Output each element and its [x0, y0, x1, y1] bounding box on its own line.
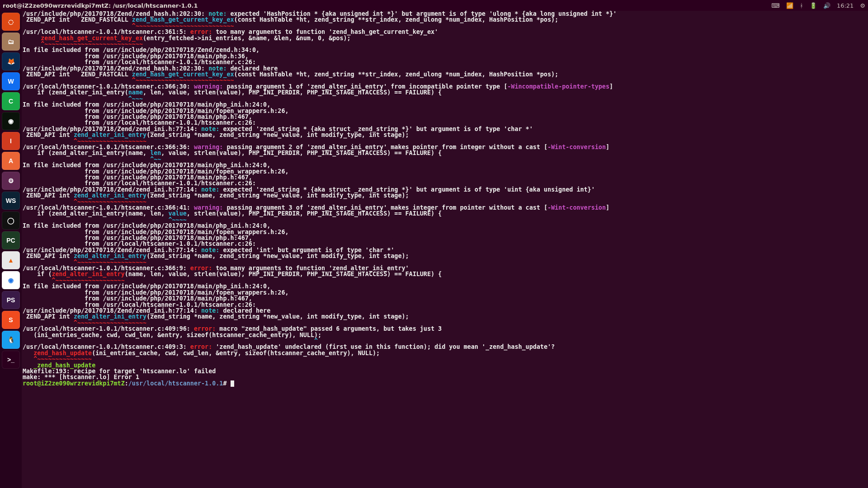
launcher-webstorm[interactable]: WS: [2, 192, 20, 210]
terminal-line: from /usr/include/php/20170718/main/php.…: [23, 53, 867, 59]
terminal-line: /usr/local/htscanner-1.0.1/htscanner.c:3…: [23, 265, 867, 271]
battery-icon[interactable]: 🔋: [810, 2, 817, 9]
terminal[interactable]: /usr/include/php/20170718/Zend/zend_hash…: [22, 11, 868, 488]
launcher-dash[interactable]: ◌: [2, 13, 20, 31]
terminal-line: ^~~~~~~~~~~~~~~~: [23, 356, 867, 362]
launcher-chrome[interactable]: ◉: [2, 271, 20, 289]
terminal-line: ^: [23, 338, 867, 344]
terminal-line: ^~~~~~~~~~~~~~~~~~~~~~~~~~~~: [23, 77, 867, 83]
terminal-line: zend_hash_update(ini_entries_cache, cwd,…: [23, 350, 867, 356]
keyboard-icon[interactable]: ⌨: [771, 2, 780, 9]
top-menubar: root@iZ2ze090wrzrevidkpi7mtZ: /usr/local…: [0, 0, 868, 11]
terminal-line: from /usr/include/php/20170718/main/fope…: [23, 108, 867, 114]
wifi-icon[interactable]: 📶: [786, 2, 793, 9]
clock[interactable]: 16:21: [837, 2, 854, 9]
terminal-line: from /usr/include/php/20170718/main/php.…: [23, 235, 867, 241]
terminal-line: /usr/include/php/20170718/Zend/zend_hash…: [23, 11, 867, 17]
terminal-line: from /usr/local/htscanner-1.0.1/htscanne…: [23, 180, 867, 186]
terminal-line: _zend_hash_update: [23, 362, 867, 368]
launcher-calc[interactable]: C: [2, 92, 20, 110]
launcher-obs[interactable]: ◯: [2, 211, 20, 230]
terminal-line: if (zend_alter_ini_entry(name, len, valu…: [23, 89, 867, 95]
terminal-line: ZEND_API int ZEND_FASTCALL zend_hash_get…: [23, 17, 867, 23]
terminal-line: from /usr/include/php/20170718/main/fope…: [23, 290, 867, 296]
terminal-line: ^~~~~~~~~~~~~~~~~~~~: [23, 259, 867, 265]
terminal-line: In file included from /usr/include/php/2…: [23, 47, 867, 53]
terminal-line: make: *** [htscanner.lo] Error 1: [23, 374, 867, 380]
launcher-vlc[interactable]: ▲: [2, 251, 20, 269]
terminal-line: ^~~~: [23, 96, 867, 102]
launcher-qq[interactable]: 🐧: [2, 331, 20, 349]
terminal-line: if (zend_alter_ini_entry(name, len, valu…: [23, 211, 867, 216]
terminal-line: /usr/include/php/20170718/Zend/zend_ini.…: [23, 126, 867, 132]
terminal-line: root@iZ2ze090wrzrevidkpi7mtZ:/usr/local/…: [23, 380, 867, 387]
terminal-line: /usr/include/php/20170718/Zend/zend_ini.…: [23, 247, 867, 253]
terminal-line: ^~~~~~~~~~~~~~~~~~~~: [23, 199, 867, 205]
cursor: [231, 380, 234, 387]
launcher-files[interactable]: 🗂: [2, 33, 20, 51]
launcher-phpstorm[interactable]: PS: [2, 291, 20, 309]
launcher-nvidia[interactable]: ◉: [2, 112, 20, 130]
launcher: ◌🗂🦊WC◉IA⚙WS◯PC▲◉PSS🐧>_: [0, 11, 22, 488]
terminal-line: ZEND_API int zend_alter_ini_entry(zend_s…: [23, 253, 867, 259]
terminal-line: from /usr/include/php/20170718/main/php.…: [23, 296, 867, 301]
terminal-line: ^~~: [23, 156, 867, 162]
terminal-line: if (zend_alter_ini_entry(name, len, valu…: [23, 271, 867, 277]
launcher-sogou[interactable]: S: [2, 311, 20, 329]
terminal-line: In file included from /usr/include/php/2…: [23, 102, 867, 108]
terminal-line: ^~~~~~~~~~~~~~~~~~~~: [23, 138, 867, 144]
terminal-line: /usr/include/php/20170718/Zend/zend_hash…: [23, 66, 867, 71]
terminal-line: (ini_entries_cache, cwd, cwd_len, &entry…: [23, 332, 867, 338]
terminal-line: In file included from /usr/include/php/2…: [23, 283, 867, 289]
terminal-line: ^~~~~: [23, 217, 867, 223]
indicator-area: ⌨ 📶 ᚼ 🔋 🔊 16:21 ⚙: [771, 2, 865, 9]
terminal-line: from /usr/local/htscanner-1.0.1/htscanne…: [23, 59, 867, 65]
terminal-line: from /usr/include/php/20170718/main/php.…: [23, 174, 867, 180]
terminal-line: ^~~~~~~~~~~~~~~~~~~~~~~~~~~~: [23, 41, 867, 47]
gear-icon[interactable]: ⚙: [860, 2, 865, 9]
terminal-line: In file included from /usr/include/php/2…: [23, 162, 867, 168]
volume-icon[interactable]: 🔊: [823, 2, 830, 9]
terminal-line: ^~~~~~~~~~~~~~~~~~~~~~~~~~~~: [23, 23, 867, 29]
terminal-line: Makefile:193: recipe for target 'htscann…: [23, 368, 867, 374]
terminal-line: /usr/local/htscanner-1.0.1/htscanner.c:3…: [23, 205, 867, 211]
bluetooth-icon[interactable]: ᚼ: [800, 2, 803, 9]
terminal-line: zend_hash_get_current_key_ex(entry_fetch…: [23, 35, 867, 41]
launcher-writer[interactable]: W: [2, 72, 20, 90]
terminal-line: /usr/local/htscanner-1.0.1/htscanner.c:4…: [23, 326, 867, 332]
launcher-pycharm[interactable]: PC: [2, 231, 20, 249]
window-title: root@iZ2ze090wrzrevidkpi7mtZ: /usr/local…: [3, 2, 198, 9]
terminal-line: /usr/local/htscanner-1.0.1/htscanner.c:4…: [23, 344, 867, 350]
terminal-line: /usr/local/htscanner-1.0.1/htscanner.c:3…: [23, 144, 867, 150]
terminal-line: from /usr/include/php/20170718/main/fope…: [23, 229, 867, 235]
terminal-line: from /usr/local/htscanner-1.0.1/htscanne…: [23, 302, 867, 308]
terminal-line: ZEND_API int ZEND_FASTCALL zend_hash_get…: [23, 71, 867, 77]
terminal-line: from /usr/include/php/20170718/main/fope…: [23, 169, 867, 174]
terminal-line: In file included from /usr/include/php/2…: [23, 223, 867, 229]
launcher-software[interactable]: A: [2, 152, 20, 170]
terminal-line: from /usr/local/htscanner-1.0.1/htscanne…: [23, 241, 867, 247]
terminal-line: from /usr/local/htscanner-1.0.1/htscanne…: [23, 120, 867, 126]
terminal-line: if (zend_alter_ini_entry(name, len, valu…: [23, 150, 867, 156]
terminal-line: /usr/include/php/20170718/Zend/zend_ini.…: [23, 187, 867, 192]
terminal-line: ^~~~~~~~~~~~~~~~~~~~: [23, 320, 867, 326]
terminal-line: ZEND_API int zend_alter_ini_entry(zend_s…: [23, 314, 867, 319]
terminal-line: ^~~~~~~~~~~~~~~~~~~~: [23, 277, 867, 283]
terminal-line: ZEND_API int zend_alter_ini_entry(zend_s…: [23, 132, 867, 138]
launcher-settings[interactable]: ⚙: [2, 172, 20, 190]
launcher-impress[interactable]: I: [2, 132, 20, 150]
terminal-line: /usr/local/htscanner-1.0.1/htscanner.c:3…: [23, 84, 867, 89]
terminal-line: ZEND_API int zend_alter_ini_entry(zend_s…: [23, 192, 867, 198]
terminal-line: from /usr/include/php/20170718/main/php.…: [23, 114, 867, 120]
launcher-firefox[interactable]: 🦊: [2, 52, 20, 70]
terminal-line: /usr/include/php/20170718/Zend/zend_ini.…: [23, 308, 867, 314]
terminal-line: /usr/local/htscanner-1.0.1/htscanner.c:3…: [23, 29, 867, 35]
launcher-terminal[interactable]: >_: [2, 351, 20, 369]
